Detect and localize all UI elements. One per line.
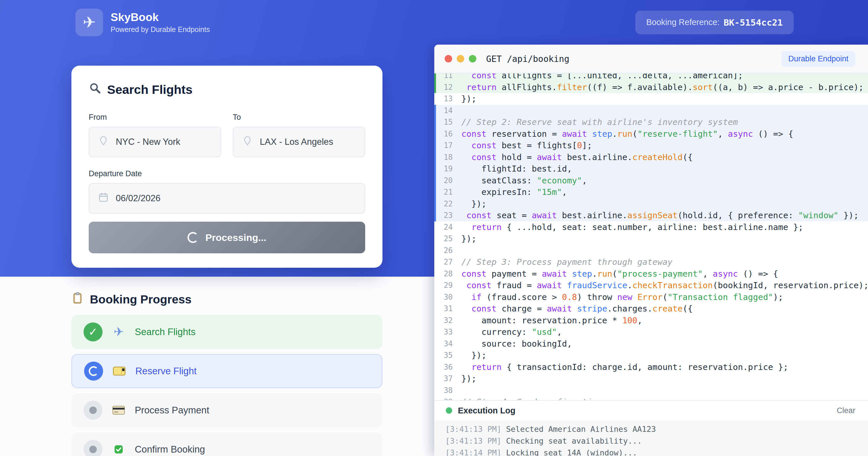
progress-step-process-payment[interactable]: Process Payment bbox=[71, 393, 382, 427]
code-line-24: 24 return { ...hold, seat: seat.number, … bbox=[434, 221, 868, 233]
line-number: 11 bbox=[434, 73, 458, 80]
code-text: const hold = await best.airline.createHo… bbox=[458, 152, 693, 162]
to-value: LAX - Los Angeles bbox=[260, 137, 333, 147]
step-label: Search Flights bbox=[135, 326, 195, 337]
line-number: 37 bbox=[434, 374, 458, 383]
line-number: 33 bbox=[434, 328, 458, 336]
line-number: 14 bbox=[434, 106, 458, 115]
code-text: // Step 2: Reserve seat with airline's i… bbox=[458, 117, 738, 127]
line-number: 12 bbox=[434, 83, 458, 92]
step-status-pending-icon bbox=[84, 440, 102, 456]
code-text: }); bbox=[458, 374, 476, 384]
code-line-20: 20 seatClass: "economy", bbox=[434, 175, 868, 187]
to-label: To bbox=[233, 113, 365, 122]
code-text: if (fraud.score > 0.8) throw new Error("… bbox=[458, 292, 783, 302]
code-line-15: 15// Step 2: Reserve seat with airline's… bbox=[434, 116, 868, 128]
code-text: // Step 3: Process payment through gatew… bbox=[458, 257, 673, 267]
code-text: const reservation = await step.run("rese… bbox=[458, 129, 793, 139]
maximize-icon[interactable] bbox=[469, 55, 476, 62]
line-number: 38 bbox=[434, 386, 458, 395]
check-mark-icon bbox=[112, 445, 125, 454]
log-timestamp: [3:41:13 PM] bbox=[445, 425, 506, 433]
progress-steps-list: ✓✈Search FlightsReserve FlightProcess Pa… bbox=[71, 315, 382, 456]
search-submit-button[interactable]: Processing... bbox=[89, 222, 365, 253]
ticket-icon bbox=[113, 366, 126, 376]
line-number: 23 bbox=[434, 211, 458, 220]
code-line-18: 18 const hold = await best.airline.creat… bbox=[434, 152, 868, 163]
code-text: }); bbox=[458, 94, 476, 104]
line-number: 32 bbox=[434, 316, 458, 325]
code-editor-panel: GET /api/booking Durable Endpoint 11 con… bbox=[434, 44, 868, 456]
code-text: currency: "usd", bbox=[458, 327, 562, 337]
progress-step-confirm-booking[interactable]: Confirm Booking bbox=[71, 432, 382, 456]
clear-log-button[interactable]: Clear bbox=[837, 406, 855, 415]
app-tagline: Powered by Durable Endpoints bbox=[111, 25, 210, 34]
line-number: 27 bbox=[434, 258, 458, 266]
minimize-icon[interactable] bbox=[457, 55, 464, 62]
credit-card-icon bbox=[112, 405, 125, 415]
from-input[interactable]: NYC - New York bbox=[89, 127, 221, 157]
code-line-36: 36 return { transactionId: charge.id, am… bbox=[434, 361, 868, 373]
code-text: seatClass: "economy", bbox=[458, 175, 587, 185]
code-line-17: 17 const best = flights[0]; bbox=[434, 140, 868, 152]
code-text: expiresIn: "15m", bbox=[458, 187, 567, 197]
location-pin-icon bbox=[242, 135, 253, 149]
log-message: Selected American Airlines AA123 bbox=[506, 425, 656, 433]
progress-step-search-flights[interactable]: ✓✈Search Flights bbox=[71, 315, 382, 349]
status-green-dot-icon bbox=[446, 408, 452, 414]
log-message: Locking seat 14A (window)... bbox=[506, 448, 637, 456]
code-line-16: 16const reservation = await step.run("re… bbox=[434, 128, 868, 140]
step-label: Reserve Flight bbox=[135, 366, 197, 377]
code-text: return { transactionId: charge.id, amoun… bbox=[458, 362, 788, 372]
log-message: Checking seat availability... bbox=[506, 436, 642, 445]
progress-step-reserve-flight[interactable]: Reserve Flight bbox=[71, 354, 382, 388]
airplane-icon: ✈ bbox=[83, 13, 96, 31]
line-number: 16 bbox=[434, 130, 458, 138]
log-timestamp: [3:41:13 PM] bbox=[445, 436, 506, 445]
code-text: const allFlights = [...united, ...delta,… bbox=[458, 73, 743, 80]
clipboard-icon bbox=[71, 292, 84, 307]
departure-date-input[interactable]: 06/02/2026 bbox=[89, 183, 365, 214]
departure-date-value: 06/02/2026 bbox=[116, 193, 160, 203]
code-line-34: 34 source: bookingId, bbox=[434, 338, 868, 350]
code-line-26: 26 bbox=[434, 245, 868, 257]
line-number: 36 bbox=[434, 363, 458, 371]
execution-log-title: Execution Log bbox=[458, 406, 516, 415]
log-timestamp: [3:41:14 PM] bbox=[445, 448, 506, 456]
line-number: 28 bbox=[434, 269, 458, 278]
line-number: 21 bbox=[434, 188, 458, 196]
code-line-37: 37}); bbox=[434, 373, 868, 385]
step-status-pending-icon bbox=[84, 401, 102, 420]
code-text: }); bbox=[458, 350, 487, 360]
close-icon[interactable] bbox=[445, 55, 452, 62]
search-flights-card: Search Flights From NYC - New York To LA… bbox=[71, 66, 382, 268]
line-number: 13 bbox=[434, 94, 458, 103]
airplane-icon: ✈ bbox=[112, 326, 125, 338]
code-text: source: bookingId, bbox=[458, 339, 572, 349]
to-input[interactable]: LAX - Los Angeles bbox=[233, 127, 365, 157]
log-entry: [3:41:13 PM] Selected American Airlines … bbox=[445, 423, 868, 435]
editor-header: GET /api/booking Durable Endpoint bbox=[434, 44, 868, 73]
code-viewport[interactable]: 11 const allFlights = [...united, ...del… bbox=[434, 73, 868, 400]
line-number: 30 bbox=[434, 293, 458, 301]
booking-progress-title: Booking Progress bbox=[71, 292, 382, 307]
line-number: 24 bbox=[434, 223, 458, 231]
app-header: ✈ SkyBook Powered by Durable Endpoints B… bbox=[0, 0, 868, 44]
execution-log-header: Execution Log Clear bbox=[434, 400, 868, 420]
code-line-14: 14 bbox=[434, 105, 868, 117]
line-number: 25 bbox=[434, 234, 458, 243]
line-number: 18 bbox=[434, 153, 458, 162]
step-status-active-icon bbox=[84, 362, 103, 381]
loading-spinner-icon bbox=[187, 232, 198, 243]
code-line-35: 35 }); bbox=[434, 350, 868, 361]
log-entry: [3:41:13 PM] Checking seat availability.… bbox=[445, 435, 868, 447]
code-line-19: 19 flightId: best.id, bbox=[434, 163, 868, 175]
line-number: 31 bbox=[434, 304, 458, 313]
location-pin-icon bbox=[98, 135, 109, 149]
execution-log-body[interactable]: [3:41:13 PM] Selected American Airlines … bbox=[434, 420, 868, 456]
code-text: // Step 4: Send confirmation bbox=[458, 397, 602, 400]
booking-reference-label: Booking Reference: bbox=[646, 18, 720, 27]
booking-progress-section: Booking Progress ✓✈Search FlightsReserve… bbox=[71, 292, 382, 456]
code-text: }); bbox=[458, 234, 476, 243]
line-number: 19 bbox=[434, 164, 458, 173]
